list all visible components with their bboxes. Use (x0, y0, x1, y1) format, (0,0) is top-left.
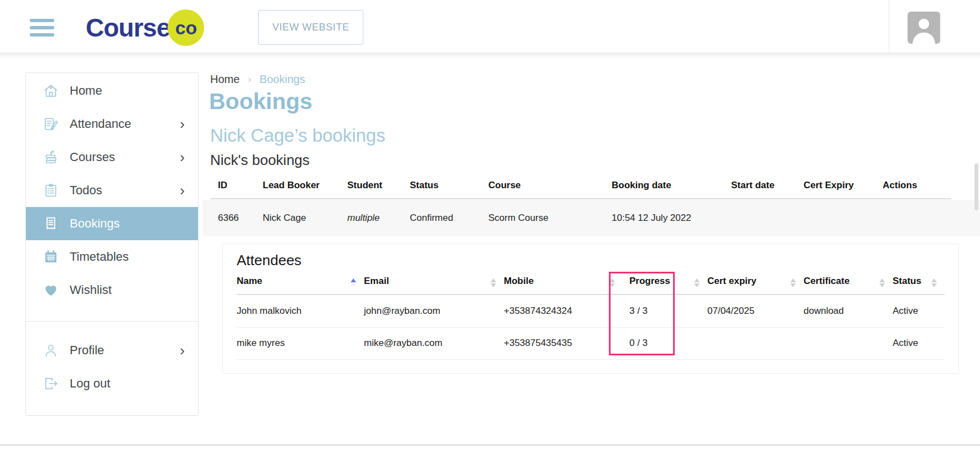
attendance-icon (43, 116, 59, 132)
sidebar-item-label: Todos (70, 183, 102, 198)
col-header-actions: Actions (877, 177, 951, 198)
attendee-email: john@rayban.com (364, 295, 504, 327)
logout-icon (43, 375, 59, 392)
sidebar-item-label: Home (70, 84, 102, 98)
sidebar-item-home[interactable]: Home (26, 74, 198, 107)
sort-icon[interactable] (609, 278, 615, 288)
sidebar-item-courses[interactable]: Courses › (26, 141, 198, 174)
att-col-cert-expiry[interactable]: Cert expiry (707, 272, 804, 294)
sidebar-item-profile[interactable]: Profile › (26, 334, 198, 367)
logo-text: Course (86, 13, 170, 43)
attendee-progress: 0 / 3 (623, 327, 707, 359)
courseco-logo[interactable]: Course co (86, 9, 204, 46)
booking-cert-expiry (798, 200, 877, 236)
sort-icon[interactable] (491, 278, 496, 288)
booking-actions (877, 200, 951, 236)
attendee-row: John malkovich john@rayban.com +35387432… (237, 295, 945, 328)
booking-lead-booker: Nick Cage (257, 200, 342, 236)
attendee-email: mike@rayban.com (364, 327, 504, 359)
col-header-lead-booker: Lead Booker (257, 177, 342, 198)
col-header-start-date: Start date (726, 177, 798, 198)
attendees-table-header: Name Email Mobile Progress Cert expiry C… (237, 272, 945, 295)
att-col-certificate[interactable]: Certificate (804, 272, 893, 294)
profile-person-icon (43, 342, 59, 359)
scrollbar-thumb[interactable] (974, 163, 978, 210)
breadcrumb-current[interactable]: Bookings (259, 73, 305, 86)
header-divider (889, 0, 889, 53)
col-header-cert-expiry: Cert Expiry (798, 177, 877, 198)
sidebar-item-label: Attendance (70, 117, 131, 131)
attendee-status: Active (893, 327, 945, 359)
breadcrumb-separator-icon: › (248, 74, 251, 85)
booking-id: 6366 (210, 200, 257, 236)
col-header-student: Student (342, 177, 404, 198)
breadcrumb: Home › Bookings (210, 73, 305, 86)
todos-icon (43, 182, 59, 199)
sidebar-item-bookings[interactable]: Bookings (26, 207, 198, 240)
col-header-booking-date: Booking date (606, 177, 726, 198)
bookings-receipt-icon (43, 215, 59, 232)
att-col-status[interactable]: Status (893, 272, 945, 294)
timetables-calendar-icon (43, 249, 59, 265)
attendee-name: mike myres (237, 327, 364, 359)
attendee-name: John malkovich (237, 295, 364, 327)
attendee-progress: 3 / 3 (623, 295, 707, 327)
attendees-title: Attendees (237, 252, 301, 269)
att-col-email[interactable]: Email (364, 272, 504, 294)
bookings-table-header: ID Lead Booker Student Status Course Boo… (210, 177, 951, 199)
sidebar-item-label: Bookings (70, 216, 120, 231)
user-avatar[interactable] (908, 12, 940, 44)
chevron-right-icon: › (180, 117, 185, 131)
att-col-mobile[interactable]: Mobile (504, 272, 623, 294)
page-title: Bookings (209, 89, 312, 115)
attendee-mobile: +353875435435 (504, 327, 623, 359)
booking-status: Confirmed (404, 200, 483, 236)
attendees-card: Attendees Name Email Mobile Progress Cer… (222, 244, 959, 374)
footer-divider (0, 444, 980, 446)
att-col-name[interactable]: Name (237, 272, 364, 294)
sidebar-item-wishlist[interactable]: Wishlist (26, 273, 198, 307)
top-header: Course co VIEW WEBSITE (0, 0, 980, 53)
attendee-certificate-download-link[interactable]: download (804, 295, 893, 327)
chevron-right-icon: › (180, 343, 185, 358)
chevron-right-icon: › (180, 150, 185, 164)
attendee-mobile: +353874324324 (504, 295, 623, 327)
col-header-status: Status (404, 177, 483, 198)
sidebar-item-label: Log out (70, 376, 110, 391)
sort-icon[interactable] (931, 278, 937, 288)
sidebar-item-attendance[interactable]: Attendance › (26, 107, 198, 141)
sort-asc-icon[interactable] (351, 278, 356, 288)
sort-icon[interactable] (879, 278, 885, 288)
sidebar-item-timetables[interactable]: Timetables (26, 240, 198, 273)
attendee-row: mike myres mike@rayban.com +353875435435… (237, 327, 945, 360)
att-col-progress[interactable]: Progress (623, 272, 707, 294)
wishlist-heart-icon (43, 282, 59, 298)
view-website-button[interactable]: VIEW WEBSITE (258, 10, 363, 45)
booking-student: multiple (342, 200, 404, 236)
breadcrumb-home-link[interactable]: Home (210, 73, 239, 86)
col-header-course: Course (483, 177, 606, 198)
booking-date: 10:54 12 July 2022 (606, 200, 726, 236)
sidebar-item-label: Wishlist (70, 283, 112, 297)
sidebar-item-label: Courses (70, 150, 115, 164)
sidebar-item-logout[interactable]: Log out (26, 367, 198, 400)
sidebar-item-label: Profile (70, 343, 104, 358)
person-icon (908, 12, 940, 44)
logo-badge: co (168, 9, 204, 46)
sidebar-nav: Home Attendance › Courses › (25, 73, 199, 416)
home-icon (43, 82, 59, 99)
section-heading: Nick's bookings (210, 152, 310, 169)
attendee-certificate (804, 327, 893, 359)
sort-icon[interactable] (790, 278, 796, 288)
page-subtitle: Nick Cage’s bookings (210, 125, 385, 146)
sidebar-item-label: Timetables (70, 250, 129, 264)
attendee-status: Active (893, 295, 945, 327)
attendee-cert-expiry (707, 327, 804, 359)
hamburger-menu-icon[interactable] (30, 19, 54, 37)
attendee-cert-expiry: 07/04/2025 (707, 295, 804, 327)
chevron-right-icon: › (180, 183, 185, 198)
booking-start-date (726, 200, 798, 236)
sort-icon[interactable] (694, 278, 700, 288)
booking-row[interactable]: 6366 Nick Cage multiple Confirmed Scorm … (202, 200, 980, 236)
sidebar-item-todos[interactable]: Todos › (26, 174, 198, 207)
